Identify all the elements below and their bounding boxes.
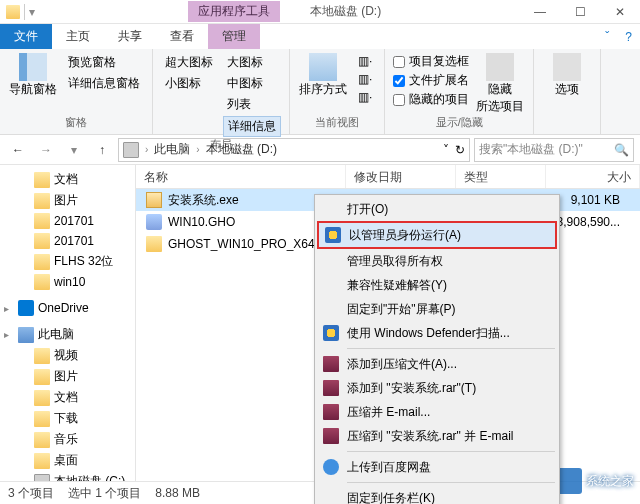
menu-item[interactable]: 打开(O)	[317, 197, 557, 221]
search-input[interactable]: 搜索"本地磁盘 (D:)" 🔍	[474, 138, 634, 162]
tree-item[interactable]: 图片	[0, 366, 135, 387]
hidden-items-toggle[interactable]: 隐藏的项目	[393, 91, 469, 108]
menu-item[interactable]: 兼容性疑难解答(Y)	[317, 273, 557, 297]
expand-icon[interactable]: ▸	[4, 329, 14, 340]
tree-item[interactable]: 图片	[0, 190, 135, 211]
close-button[interactable]: ✕	[600, 0, 640, 24]
address-bar: ← → ▾ ↑ › 此电脑 › 本地磁盘 (D:) ˅ ↻ 搜索"本地磁盘 (D…	[0, 135, 640, 165]
view-col2[interactable]: ▥·	[354, 71, 376, 87]
options-button[interactable]: 选项	[542, 53, 592, 98]
tree-item[interactable]: 音乐	[0, 429, 135, 450]
chevron-right-icon[interactable]: ›	[196, 144, 199, 155]
tab-manage[interactable]: 管理	[208, 24, 260, 49]
tree-item[interactable]: 201701	[0, 211, 135, 231]
nav-tree[interactable]: 文档图片201701201701FLHS 32位win10▸OneDrive▸此…	[0, 165, 136, 481]
ribbon-group-pane: 导航窗格 预览窗格 详细信息窗格 窗格	[0, 49, 153, 134]
search-icon: 🔍	[614, 143, 629, 157]
sort-button[interactable]: 排序方式	[298, 53, 348, 98]
layout-large[interactable]: 大图标	[223, 53, 281, 72]
ribbon-group-showhide: 项目复选框 文件扩展名 隐藏的项目 隐藏 所选项目 显示/隐藏	[385, 49, 534, 134]
menu-item[interactable]: 压缩并 E-mail...	[317, 400, 557, 424]
tree-item[interactable]: 201701	[0, 231, 135, 251]
layout-details[interactable]: 详细信息	[223, 116, 281, 137]
column-headers: 名称 修改日期 类型 大小	[136, 165, 640, 189]
tree-item[interactable]: win10	[0, 272, 135, 292]
folder-icon	[34, 348, 50, 364]
recent-dropdown[interactable]: ▾	[62, 138, 86, 162]
hide-icon	[486, 53, 514, 81]
options-icon	[553, 53, 581, 81]
drive-icon	[123, 142, 139, 158]
pc-icon	[18, 327, 34, 343]
refresh-icon[interactable]: ↻	[455, 143, 465, 157]
layout-xlarge[interactable]: 超大图标	[161, 53, 217, 72]
tree-item[interactable]: ▸此电脑	[0, 324, 135, 345]
tree-item[interactable]: 本地磁盘 (C:)	[0, 471, 135, 481]
extensions-toggle[interactable]: 文件扩展名	[393, 72, 469, 89]
crumb-drive[interactable]: 本地磁盘 (D:)	[206, 141, 277, 158]
group-label-showhide: 显示/隐藏	[393, 115, 525, 130]
tab-view[interactable]: 查看	[156, 24, 208, 49]
tree-item[interactable]: ▸OneDrive	[0, 298, 135, 318]
menu-item[interactable]: 添加到压缩文件(A)...	[317, 352, 557, 376]
menu-item[interactable]: 上传到百度网盘	[317, 455, 557, 479]
qat-dropdown-icon[interactable]: ▾	[29, 5, 43, 19]
layout-list[interactable]: 列表	[223, 95, 281, 114]
back-button[interactable]: ←	[6, 138, 30, 162]
file-size: 9,101 KB	[556, 193, 640, 207]
quick-access-toolbar: ▾	[0, 4, 49, 20]
ribbon-collapse-icon[interactable]: ˇ	[597, 30, 617, 44]
folder-icon	[34, 390, 50, 406]
details-pane-button[interactable]: 详细信息窗格	[64, 74, 144, 93]
layout-medium[interactable]: 中图标	[223, 74, 281, 93]
menu-item-label: 固定到任务栏(K)	[347, 490, 435, 505]
crumb-pc[interactable]: 此电脑	[154, 141, 190, 158]
menu-item[interactable]: 添加到 "安装系统.rar"(T)	[317, 376, 557, 400]
dropdown-icon[interactable]: ˅	[443, 143, 449, 157]
tab-home[interactable]: 主页	[52, 24, 104, 49]
rar-icon	[323, 356, 339, 372]
menu-item[interactable]: 管理员取得所有权	[317, 249, 557, 273]
tree-item[interactable]: 文档	[0, 387, 135, 408]
col-size[interactable]: 大小	[546, 165, 640, 188]
menu-item-label: 压缩并 E-mail...	[347, 404, 430, 421]
forward-button[interactable]: →	[34, 138, 58, 162]
col-name[interactable]: 名称	[136, 165, 346, 188]
nav-pane-button[interactable]: 导航窗格	[8, 53, 58, 98]
menu-item[interactable]: 以管理员身份运行(A)	[317, 221, 557, 249]
chevron-right-icon[interactable]: ›	[145, 144, 148, 155]
menu-item[interactable]: 固定到"开始"屏幕(P)	[317, 297, 557, 321]
sort-icon	[309, 53, 337, 81]
menu-item[interactable]: 使用 Windows Defender扫描...	[317, 321, 557, 345]
tab-file[interactable]: 文件	[0, 24, 52, 49]
folder-icon	[34, 274, 50, 290]
preview-pane-button[interactable]: 预览窗格	[64, 53, 144, 72]
tree-item[interactable]: 下载	[0, 408, 135, 429]
breadcrumb[interactable]: › 此电脑 › 本地磁盘 (D:) ˅ ↻	[118, 138, 470, 162]
tab-share[interactable]: 共享	[104, 24, 156, 49]
checkboxes-toggle[interactable]: 项目复选框	[393, 53, 469, 70]
menu-item-label: 添加到压缩文件(A)...	[347, 356, 457, 373]
help-icon[interactable]: ?	[617, 30, 640, 44]
view-col1[interactable]: ▥·	[354, 53, 376, 69]
hide-selected-button[interactable]: 隐藏 所选项目	[475, 53, 525, 115]
col-type[interactable]: 类型	[456, 165, 546, 188]
menu-item[interactable]: 压缩到 "安装系统.rar" 并 E-mail	[317, 424, 557, 448]
minimize-button[interactable]: —	[520, 0, 560, 24]
maximize-button[interactable]: ☐	[560, 0, 600, 24]
up-button[interactable]: ↑	[90, 138, 114, 162]
shield-icon	[323, 325, 339, 341]
window-title: 本地磁盘 (D:)	[310, 3, 381, 20]
tree-item[interactable]: 文档	[0, 169, 135, 190]
layout-small[interactable]: 小图标	[161, 74, 217, 93]
folder-icon	[146, 236, 162, 252]
folder-icon	[34, 213, 50, 229]
menu-item[interactable]: 固定到任务栏(K)	[317, 486, 557, 504]
tree-item[interactable]: 桌面	[0, 450, 135, 471]
ribbon-tabs: 文件 主页 共享 查看 管理 ˇ ?	[0, 24, 640, 49]
view-col3[interactable]: ▥·	[354, 89, 376, 105]
expand-icon[interactable]: ▸	[4, 303, 14, 314]
col-date[interactable]: 修改日期	[346, 165, 456, 188]
tree-item[interactable]: 视频	[0, 345, 135, 366]
tree-item[interactable]: FLHS 32位	[0, 251, 135, 272]
